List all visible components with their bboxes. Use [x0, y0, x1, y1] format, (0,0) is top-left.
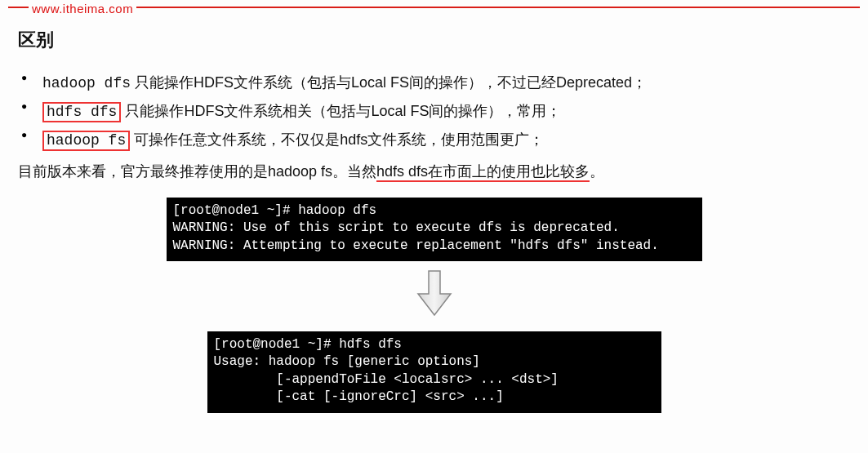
- difference-list: hadoop dfs 只能操作HDFS文件系统（包括与Local FS间的操作）…: [18, 69, 850, 155]
- document-body: 区别 hadoop dfs 只能操作HDFS文件系统（包括与Local FS间的…: [0, 0, 868, 413]
- list-item-desc: 可操作任意文件系统，不仅仅是hdfs文件系统，使用范围更广；: [130, 131, 544, 148]
- list-item: hdfs dfs 只能操作HDFS文件系统相关（包括与Local FS间的操作）…: [18, 97, 850, 126]
- terminal-prompt: [root@node1 ~]# hadoop dfs: [173, 203, 377, 218]
- list-item: hadoop fs 可操作任意文件系统，不仅仅是hdfs文件系统，使用范围更广；: [18, 126, 850, 154]
- summary-pre: 目前版本来看，官方最终推荐使用的是hadoop fs。当然: [18, 163, 376, 180]
- cmd-hdfs-dfs: hdfs dfs: [42, 102, 121, 122]
- terminal-line: WARNING: Attempting to execute replaceme…: [173, 238, 659, 253]
- list-item-desc: 只能操作HDFS文件系统（包括与Local FS间的操作），不过已经Deprec…: [131, 74, 647, 91]
- site-host: www.itheima.com: [29, 0, 136, 21]
- terminal-output-1: [root@node1 ~]# hadoop dfs WARNING: Use …: [167, 198, 702, 262]
- summary-line: 目前版本来看，官方最终推荐使用的是hadoop fs。当然hdfs dfs在市面…: [18, 158, 850, 185]
- cmd-hadoop-fs: hadoop fs: [42, 131, 130, 151]
- summary-highlight: hdfs dfs在市面上的使用也比较多: [376, 163, 590, 182]
- arrow-down-icon: [416, 269, 452, 317]
- list-item-desc: 只能操作HDFS文件系统相关（包括与Local FS间的操作），常用；: [121, 103, 561, 119]
- terminal-line: [-appendToFile <localsrc> ... <dst>]: [214, 372, 559, 387]
- cmd-hadoop-dfs: hadoop dfs: [42, 75, 131, 91]
- terminal-line: Usage: hadoop fs [generic options]: [214, 354, 480, 369]
- terminal-prompt: [root@node1 ~]# hdfs dfs: [214, 337, 402, 352]
- summary-post: 。: [590, 163, 604, 180]
- terminal-line: WARNING: Use of this script to execute d…: [173, 220, 620, 235]
- section-title: 区别: [18, 23, 850, 57]
- terminal-output-2: [root@node1 ~]# hdfs dfs Usage: hadoop f…: [207, 331, 661, 413]
- list-item: hadoop dfs 只能操作HDFS文件系统（包括与Local FS间的操作）…: [18, 69, 850, 97]
- terminal-line: [-cat [-ignoreCrc] <src> ...]: [214, 389, 504, 404]
